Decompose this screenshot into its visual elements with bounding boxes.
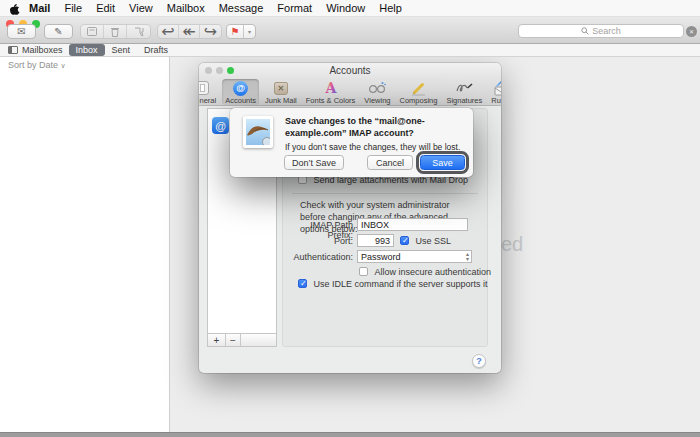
menu-item-mailbox[interactable]: Mailbox: [160, 2, 212, 14]
flag-group: ⚑ ▾: [226, 24, 256, 39]
tab-label: Signatures: [446, 96, 482, 105]
divider: [292, 193, 478, 194]
get-mail-button[interactable]: ✉: [7, 24, 36, 39]
authentication-select[interactable]: Password ▴▾: [357, 250, 472, 263]
remove-account-button[interactable]: −: [226, 334, 241, 346]
menu-item-message[interactable]: Message: [212, 2, 271, 14]
no-message-selected-partial-text: ed: [501, 233, 523, 256]
search-placeholder: Search: [592, 26, 621, 36]
help-button[interactable]: ?: [472, 354, 486, 368]
tab-junk-mail[interactable]: ✕ Junk Mail: [262, 79, 300, 105]
chevron-down-icon: ∨: [61, 62, 66, 69]
general-icon: [199, 81, 209, 95]
tab-sent[interactable]: Sent: [105, 45, 138, 55]
reply-all-button[interactable]: ↞: [179, 25, 200, 38]
port-field[interactable]: 993: [357, 234, 394, 247]
reply-forward-group: ↩ ↞ ↪: [157, 24, 222, 39]
idle-label: Use IDLE command if the server supports …: [314, 279, 488, 289]
use-ssl-row: Use SSL: [400, 236, 451, 246]
tab-label: Junk Mail: [265, 96, 297, 105]
trash-button[interactable]: [104, 25, 127, 38]
account-list-footer: + −: [208, 333, 276, 346]
rules-envelope-icon: [493, 81, 501, 96]
favorites-bar: Mailboxes Inbox Sent Drafts: [0, 44, 700, 57]
thumbs-down-icon: [134, 27, 144, 37]
x-icon: ✕: [689, 28, 694, 35]
forward-icon: ↪: [204, 22, 217, 41]
tab-viewing[interactable]: Viewing: [361, 79, 393, 105]
imap-path-field[interactable]: INBOX: [357, 218, 468, 231]
compose-icon: ✎: [54, 26, 62, 37]
dialog-body: If you don’t save the changes, they will…: [285, 142, 469, 152]
menu-item-window[interactable]: Window: [319, 2, 372, 14]
menu-item-file[interactable]: File: [57, 2, 89, 14]
idle-checkbox[interactable]: [298, 279, 307, 288]
flag-button[interactable]: ⚑: [227, 25, 244, 38]
archive-icon: [87, 27, 97, 36]
clear-search-button[interactable]: ✕: [686, 26, 697, 37]
reply-icon: ↩: [161, 22, 174, 41]
menu-item-mail[interactable]: Mail: [23, 2, 57, 14]
tab-composing[interactable]: Composing: [397, 79, 441, 105]
insecure-auth-label: Allow insecure authentication: [375, 267, 492, 277]
signature-pen-icon: [455, 81, 473, 95]
mail-app-icon: [243, 116, 273, 148]
reply-button[interactable]: ↩: [158, 25, 179, 38]
menu-item-edit[interactable]: Edit: [89, 2, 122, 14]
envelope-icon: ✉: [17, 26, 25, 37]
prefs-title-bar[interactable]: Accounts: [199, 63, 501, 78]
tab-accounts[interactable]: @ Accounts: [222, 79, 259, 105]
archive-button[interactable]: [81, 25, 104, 38]
sort-by-date-control[interactable]: Sort by Date ∨: [8, 60, 66, 70]
flag-menu-button[interactable]: ▾: [244, 25, 255, 38]
port-label: Port:: [283, 236, 353, 246]
glasses-icon: [368, 81, 386, 95]
prefs-toolbar: General @ Accounts ✕ Junk Mail A Fonts &…: [199, 78, 501, 106]
search-input[interactable]: Search: [518, 24, 684, 38]
sidebar-toggle-icon: [8, 46, 18, 54]
tab-drafts[interactable]: Drafts: [137, 45, 175, 55]
message-list-pane: Sort by Date ∨: [0, 57, 170, 432]
apple-icon[interactable]: [9, 2, 20, 15]
tab-rules[interactable]: Rules: [488, 79, 501, 105]
cancel-button[interactable]: Cancel: [367, 155, 413, 170]
use-ssl-label: Use SSL: [416, 236, 452, 246]
dont-save-button[interactable]: Don’t Save: [284, 155, 344, 170]
pencil-icon: [411, 81, 426, 96]
compose-button[interactable]: ✎: [44, 24, 73, 39]
forward-button[interactable]: ↪: [200, 25, 221, 38]
menu-item-format[interactable]: Format: [270, 2, 319, 14]
authentication-value: Password: [361, 252, 401, 262]
tab-label: Composing: [400, 96, 438, 105]
chevron-down-icon: ▾: [248, 28, 251, 35]
insecure-auth-row: Allow insecure authentication: [359, 267, 491, 277]
use-ssl-checkbox[interactable]: [400, 236, 409, 245]
insecure-auth-checkbox[interactable]: [359, 267, 368, 276]
imap-account-icon[interactable]: @: [212, 117, 229, 134]
stepper-icon: ▴▾: [466, 252, 469, 262]
menu-item-view[interactable]: View: [122, 2, 160, 14]
search-icon: [581, 27, 589, 35]
reply-all-icon: ↞: [182, 22, 195, 41]
port-value: 993: [375, 236, 390, 246]
sort-label: Sort by Date: [8, 60, 58, 70]
dialog-title: Save changes to the “mail@one-example.co…: [285, 115, 469, 139]
tab-label: Accounts: [225, 96, 256, 105]
save-button[interactable]: Save: [420, 155, 465, 170]
authentication-label: Authentication:: [283, 252, 353, 262]
add-account-button[interactable]: +: [208, 334, 226, 346]
junk-button[interactable]: [127, 25, 150, 38]
mailboxes-button[interactable]: Mailboxes: [22, 45, 63, 55]
junk-mail-icon: ✕: [274, 82, 288, 95]
accounts-at-icon: @: [233, 81, 248, 96]
tab-signatures[interactable]: Signatures: [443, 79, 485, 105]
trash-icon: [111, 27, 119, 37]
menu-item-help[interactable]: Help: [372, 2, 409, 14]
flag-icon: ⚑: [231, 26, 240, 37]
idle-row: Use IDLE command if the server supports …: [298, 279, 488, 289]
tab-general[interactable]: General: [199, 79, 219, 105]
tab-inbox[interactable]: Inbox: [69, 44, 105, 56]
window-title: Accounts: [199, 65, 501, 76]
postmark-icon: [262, 137, 270, 145]
tab-fonts-colors[interactable]: A Fonts & Colors: [303, 79, 359, 105]
